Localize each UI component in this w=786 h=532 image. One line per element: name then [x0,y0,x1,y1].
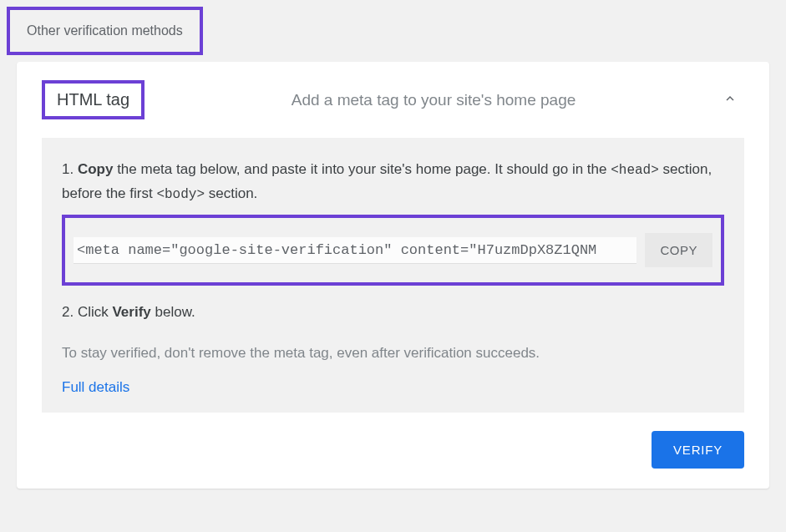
step-2: 2. Click Verify below. [62,301,724,325]
section-header-other-methods: Other verification methods [7,7,203,55]
step1-prefix: 1. [62,161,78,177]
step-1: 1. Copy the meta tag below, and paste it… [62,158,724,206]
step1-text-c: section. [205,185,257,201]
full-details-link[interactable]: Full details [62,379,724,396]
step2-bold: Verify [112,304,150,320]
chevron-up-icon [723,91,744,109]
verify-button[interactable]: VERIFY [652,431,744,469]
step1-code-body: <body> [156,187,205,202]
verification-note: To stay verified, don't remove the meta … [62,342,724,364]
meta-tag-input[interactable] [74,237,636,264]
accordion-header-html-tag[interactable]: HTML tag Add a meta tag to your site's h… [42,72,744,134]
step1-bold: Copy [78,161,114,177]
verification-card: HTML tag Add a meta tag to your site's h… [17,62,769,489]
step2-prefix: 2. Click [62,304,112,320]
content-panel: 1. Copy the meta tag below, and paste it… [42,138,744,413]
step1-text-a: the meta tag below, and paste it into yo… [113,161,611,177]
copy-button[interactable]: COPY [645,233,712,267]
step2-suffix: below. [151,304,195,320]
verify-row: VERIFY [42,431,744,469]
meta-tag-row: COPY [62,215,724,286]
method-subtitle: Add a meta tag to your site's home page [145,91,723,109]
method-title: HTML tag [42,80,145,119]
step1-code-head: <head> [611,163,659,178]
